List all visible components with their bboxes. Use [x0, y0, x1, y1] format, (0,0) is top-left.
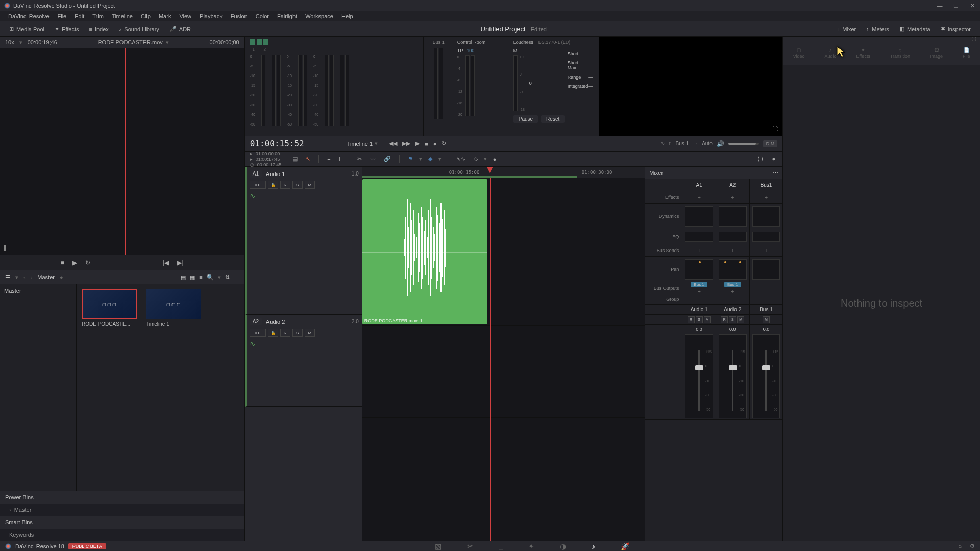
- fx-add-a1[interactable]: +: [697, 194, 700, 201]
- range-tool[interactable]: +: [325, 155, 332, 163]
- bus-out-a2[interactable]: Bus 1: [724, 282, 741, 287]
- track-solo-a2[interactable]: S: [292, 329, 303, 337]
- bin-view-strip[interactable]: ≡: [199, 274, 202, 281]
- clip-playhead[interactable]: [125, 48, 126, 255]
- menu-trim[interactable]: Trim: [88, 12, 108, 20]
- media-pool-button[interactable]: ⊞Media Pool: [5, 24, 48, 34]
- page-fusion[interactable]: ✦: [528, 542, 534, 550]
- flag-tool[interactable]: ⚑: [406, 155, 415, 163]
- group-a2[interactable]: [716, 294, 749, 304]
- playhead-handle[interactable]: [487, 167, 493, 173]
- loop-button[interactable]: ↻: [85, 259, 90, 266]
- mixer-name-bus[interactable]: Bus 1: [749, 305, 783, 314]
- page-edit[interactable]: ⎯: [499, 542, 503, 550]
- ch-r-a2[interactable]: R: [721, 316, 728, 323]
- project-settings-button[interactable]: ⚙: [970, 543, 975, 549]
- close-button[interactable]: ✕: [969, 2, 976, 9]
- track-arm-a1[interactable]: R: [280, 181, 290, 189]
- timeline-view-icon[interactable]: ▤: [290, 155, 300, 163]
- tc-dur-icon[interactable]: ◷: [250, 162, 254, 167]
- prev-button[interactable]: |◀: [163, 259, 169, 266]
- db-bus[interactable]: 0.0: [749, 325, 783, 333]
- fx-add-a2[interactable]: +: [731, 194, 734, 201]
- send-add-a1[interactable]: +: [697, 247, 700, 254]
- mixer-toggle[interactable]: ⎍Mixer: [832, 24, 860, 34]
- track-lock-a2[interactable]: 🔒: [268, 329, 278, 337]
- bin-view-list[interactable]: ▤: [181, 274, 186, 281]
- dot-tool[interactable]: ●: [491, 155, 499, 163]
- bin-options[interactable]: ⋯: [234, 274, 239, 281]
- inspector-tab-image[interactable]: 🖼Image: [930, 47, 943, 59]
- play-button[interactable]: ▶: [72, 259, 77, 266]
- bin-nav-next[interactable]: ›: [31, 274, 33, 280]
- play-button-main[interactable]: ▶: [415, 140, 420, 147]
- group-bus[interactable]: [749, 294, 783, 304]
- audio-clip-rode[interactable]: RODE PODCASTER.mov_1: [362, 179, 487, 324]
- ch-s-a2[interactable]: S: [729, 316, 736, 323]
- mixer-name-a1[interactable]: Audio 1: [682, 305, 716, 314]
- next-button[interactable]: ▶|: [177, 259, 183, 266]
- stop-button-main[interactable]: ■: [425, 141, 428, 147]
- zoom-out-tool[interactable]: ⟨ ⟩: [755, 155, 765, 163]
- db-a1[interactable]: 0.0: [682, 325, 716, 333]
- timeline-selector[interactable]: Timeline 1▾: [347, 140, 378, 147]
- settings-icon[interactable]: ⎍: [669, 141, 672, 146]
- menu-playback[interactable]: Playback: [195, 12, 227, 20]
- auto-label[interactable]: Auto: [702, 141, 713, 146]
- track-gain-a2[interactable]: 0.0: [250, 329, 266, 337]
- clip-name[interactable]: RODE PODCASTER.mov: [98, 39, 163, 45]
- tc-in-icon[interactable]: ▸: [250, 151, 253, 156]
- track-gain-a1[interactable]: 0.0: [250, 181, 266, 189]
- home-button[interactable]: ⌂: [958, 543, 962, 549]
- inspector-tab-transition[interactable]: ⟐Transition: [890, 47, 910, 59]
- mixer-ch-a1[interactable]: A1: [682, 179, 716, 191]
- track-lane-a1[interactable]: RODE PODCASTER.mov_1: [362, 178, 645, 326]
- menu-edit[interactable]: Edit: [70, 12, 88, 20]
- bin-tree-master[interactable]: Master: [4, 288, 72, 294]
- menu-timeline[interactable]: Timeline: [108, 12, 137, 20]
- bin-view-thumb[interactable]: ▦: [190, 274, 195, 281]
- loudness-options[interactable]: ⋯: [591, 40, 596, 45]
- fastforward-button[interactable]: ▶▶: [402, 140, 410, 147]
- track-solo-a1[interactable]: S: [292, 181, 303, 189]
- menu-file[interactable]: File: [54, 12, 71, 20]
- power-bins-header[interactable]: Power Bins: [0, 491, 244, 504]
- track-header-a1[interactable]: A1 Audio 1 1.0 0.0 🔒 R S M ∿: [245, 167, 362, 315]
- menu-davinci[interactable]: DaVinci Resolve: [4, 12, 54, 20]
- waveform-tool[interactable]: ∿∿: [454, 155, 468, 163]
- effects-button[interactable]: ✦Effects: [51, 24, 83, 34]
- marker-tool[interactable]: ◆: [426, 155, 434, 163]
- zoom-slider[interactable]: ●: [770, 155, 778, 163]
- pan-bus[interactable]: [752, 259, 780, 280]
- clip-thumb-timeline[interactable]: ▢ ▢ ▢ Timeline 1: [146, 289, 201, 327]
- sound-library-button[interactable]: ♪Sound Library: [115, 24, 163, 34]
- track-lane-a2[interactable]: [362, 326, 645, 418]
- fader-a1[interactable]: +150-10-30-50: [685, 334, 713, 418]
- clip-waveform-viewer[interactable]: [0, 48, 244, 255]
- ch-m-a1[interactable]: M: [704, 316, 711, 323]
- track-arm-a2[interactable]: R: [280, 329, 290, 337]
- menu-fairlight[interactable]: Fairlight: [273, 12, 301, 20]
- page-deliver[interactable]: 🚀: [621, 542, 629, 550]
- fx-add-bus[interactable]: +: [765, 194, 768, 201]
- metadata-toggle[interactable]: ◧Metadata: [895, 24, 935, 34]
- record-button[interactable]: ●: [433, 141, 437, 147]
- eq-a2[interactable]: [719, 232, 747, 242]
- loudness-pause[interactable]: Pause: [513, 115, 538, 123]
- rewind-button[interactable]: ◀◀: [389, 140, 397, 147]
- clip-thumb-rode[interactable]: ▢ ▢ ▢ RODE PODCASTE...: [82, 289, 137, 327]
- menu-workspace[interactable]: Workspace: [301, 12, 337, 20]
- bin-sort[interactable]: ⇅: [225, 274, 230, 281]
- bus-out-a1[interactable]: Bus 1: [691, 282, 707, 287]
- loudness-reset[interactable]: Reset: [541, 115, 565, 123]
- bin-nav-prev[interactable]: ‹: [23, 274, 26, 280]
- send-add-a2[interactable]: +: [731, 247, 734, 254]
- mixer-ch-bus1[interactable]: Bus1: [749, 179, 783, 191]
- menu-fusion[interactable]: Fusion: [227, 12, 252, 20]
- power-bin-master[interactable]: ›Master: [9, 507, 235, 513]
- dynamics-bus[interactable]: [752, 206, 780, 227]
- index-button[interactable]: ≡Index: [85, 24, 112, 34]
- edit-tool-cursor[interactable]: I: [337, 155, 342, 163]
- page-media[interactable]: ▧: [435, 542, 442, 550]
- viewer-expand-icon[interactable]: ⛶: [772, 126, 778, 132]
